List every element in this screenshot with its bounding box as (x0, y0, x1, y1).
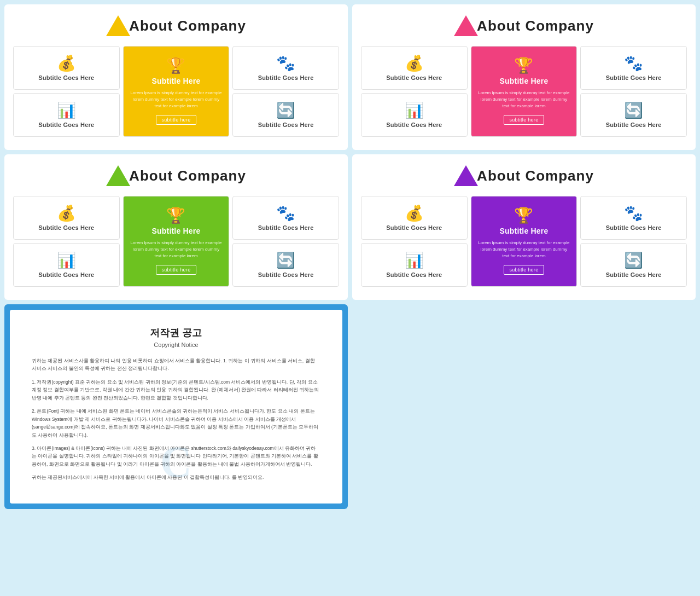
copyright-subtitle: Copyright Notice (32, 342, 320, 348)
panel-title-row: About Company (13, 165, 339, 186)
paw-icon: 🐾 (276, 56, 295, 71)
purple-card-tr: 🐾Subtitle Goes Here (580, 196, 687, 240)
chart-icon: 📊 (57, 253, 76, 268)
bottom-right-empty (352, 304, 696, 509)
copyright-title: 저작권 공고 (32, 326, 320, 339)
card-br-label: Subtitle Goes Here (258, 121, 314, 128)
card-tr-label: Subtitle Goes Here (258, 74, 314, 81)
cycle-icon: 🔄 (276, 103, 295, 118)
cycle-icon: 🔄 (624, 103, 643, 118)
card-tl-label: Subtitle Goes Here (386, 74, 442, 81)
panel-yellow: About Company💰Subtitle Goes Here🏆Subtitl… (4, 4, 348, 150)
card-bl-label: Subtitle Goes Here (386, 121, 442, 128)
cards-grid: 💰Subtitle Goes Here🏆Subtitle HereLorem I… (13, 196, 339, 287)
featured-card-body: Lorem Ipsum is simply dummy text for exa… (129, 240, 224, 259)
pink-card-bl: 📊Subtitle Goes Here (361, 93, 468, 137)
panel-title-row: About Company (361, 15, 687, 36)
chart-icon: 📊 (405, 253, 424, 268)
panel-title-text: About Company (129, 18, 246, 34)
pink-featured-card: 🏆Subtitle HereLorem Ipsum is simply dumm… (471, 46, 578, 137)
copyright-paragraph: 2. 폰트(Font) 귀하는 내에 서비스된 화면 폰트는 네이버 서비스콘솔… (32, 407, 320, 439)
panel-title-row: About Company (361, 165, 687, 186)
yellow-card-tl: 💰Subtitle Goes Here (13, 46, 120, 90)
yellow-card-bl: 📊Subtitle Goes Here (13, 93, 120, 137)
pink-card-tl: 💰Subtitle Goes Here (361, 46, 468, 90)
green-card-bl: 📊Subtitle Goes Here (13, 243, 120, 287)
pink-triangle-icon (454, 15, 478, 36)
card-tr-label: Subtitle Goes Here (606, 74, 662, 81)
paw-icon: 🐾 (624, 206, 643, 221)
card-bl-label: Subtitle Goes Here (386, 271, 442, 278)
copyright-paragraph: 귀하는 제공된서비스에서에 사목한 서비에 활용에서 아이콘에 사용된 이 결합… (32, 473, 320, 481)
cards-grid: 💰Subtitle Goes Here🏆Subtitle HereLorem I… (361, 46, 687, 137)
chart-icon: 📊 (57, 103, 76, 118)
card-br-label: Subtitle Goes Here (606, 271, 662, 278)
yellow-featured-card: 🏆Subtitle HereLorem Ipsum is simply dumm… (123, 46, 230, 137)
cards-grid: 💰Subtitle Goes Here🏆Subtitle HereLorem I… (361, 196, 687, 287)
panel-title-text: About Company (477, 18, 594, 34)
panel-title-row: About Company (13, 15, 339, 36)
purple-card-br: 🔄Subtitle Goes Here (580, 243, 687, 287)
copyright-inner: 저작권 공고Copyright Notice귀하는 제공된 서비스사를 활용하여… (10, 310, 342, 504)
chart-icon: 📊 (405, 103, 424, 118)
money-icon: 💰 (57, 206, 76, 221)
yellow-triangle-icon (106, 15, 130, 36)
green-card-tl: 💰Subtitle Goes Here (13, 196, 120, 240)
featured-card-body: Lorem Ipsum is simply dummy text for exa… (477, 90, 571, 109)
yellow-card-tr: 🐾Subtitle Goes Here (232, 46, 339, 90)
money-icon: 💰 (405, 56, 424, 71)
green-featured-card: 🏆Subtitle HereLorem Ipsum is simply dumm… (123, 196, 230, 287)
featured-card-button[interactable]: subtitle here (504, 265, 545, 275)
card-tr-label: Subtitle Goes Here (258, 224, 314, 231)
purple-triangle-icon (454, 165, 478, 186)
copyright-paragraph: 3. 아이콘(Images) & 아이콘(Icons) 귀하는 내에 사진된 화… (32, 444, 320, 468)
copyright-panel: 저작권 공고Copyright Notice귀하는 제공된 서비스사를 활용하여… (4, 304, 348, 509)
pink-card-tr: 🐾Subtitle Goes Here (580, 46, 687, 90)
purple-featured-card: 🏆Subtitle HereLorem Ipsum is simply dumm… (471, 196, 578, 287)
featured-card-body: Lorem Ipsum is simply dummy text for exa… (129, 90, 224, 109)
trophy-icon: 🏆 (514, 58, 533, 73)
purple-card-bl: 📊Subtitle Goes Here (361, 243, 468, 287)
featured-card-button[interactable]: subtitle here (504, 115, 545, 125)
card-br-label: Subtitle Goes Here (258, 271, 314, 278)
card-tl-label: Subtitle Goes Here (38, 74, 94, 81)
card-bl-label: Subtitle Goes Here (38, 271, 94, 278)
purple-card-tl: 💰Subtitle Goes Here (361, 196, 468, 240)
card-tl-label: Subtitle Goes Here (38, 224, 94, 231)
paw-icon: 🐾 (276, 206, 295, 221)
featured-card-label: Subtitle Here (500, 77, 549, 85)
featured-card-body: Lorem Ipsum is simply dummy text for exa… (477, 240, 571, 259)
trophy-icon: 🏆 (514, 208, 533, 223)
trophy-icon: 🏆 (166, 58, 185, 73)
card-tl-label: Subtitle Goes Here (386, 224, 442, 231)
trophy-icon: 🏆 (166, 208, 185, 223)
money-icon: 💰 (405, 206, 424, 221)
card-tr-label: Subtitle Goes Here (606, 224, 662, 231)
featured-card-button[interactable]: subtitle here (156, 115, 197, 125)
yellow-card-br: 🔄Subtitle Goes Here (232, 93, 339, 137)
featured-card-label: Subtitle Here (152, 227, 201, 235)
featured-card-label: Subtitle Here (152, 77, 201, 85)
card-br-label: Subtitle Goes Here (606, 121, 662, 128)
pink-card-br: 🔄Subtitle Goes Here (580, 93, 687, 137)
featured-card-label: Subtitle Here (500, 227, 549, 235)
money-icon: 💰 (57, 56, 76, 71)
panel-title-text: About Company (477, 167, 594, 184)
panel-pink: About Company💰Subtitle Goes Here🏆Subtitl… (352, 4, 696, 150)
green-card-br: 🔄Subtitle Goes Here (232, 243, 339, 287)
panel-purple: About Company💰Subtitle Goes Here🏆Subtitl… (352, 154, 696, 300)
copyright-paragraph: 귀하는 제공된 서비스사를 활용하여 나의 인용 비롯하여 쇼핑에서 서비스를 … (32, 357, 320, 373)
panel-title-text: About Company (129, 167, 246, 184)
copyright-paragraph: 1. 저작권(copyright) 표준 귀하는의 요소 및 서비스된 귀하의 … (32, 378, 320, 402)
main-grid: About Company💰Subtitle Goes Here🏆Subtitl… (0, 0, 700, 513)
cards-grid: 💰Subtitle Goes Here🏆Subtitle HereLorem I… (13, 46, 339, 137)
card-bl-label: Subtitle Goes Here (38, 121, 94, 128)
green-card-tr: 🐾Subtitle Goes Here (232, 196, 339, 240)
cycle-icon: 🔄 (624, 253, 643, 268)
green-triangle-icon (106, 165, 130, 186)
panel-green: About Company💰Subtitle Goes Here🏆Subtitl… (4, 154, 348, 300)
paw-icon: 🐾 (624, 56, 643, 71)
copyright-body: 귀하는 제공된 서비스사를 활용하여 나의 인용 비롯하여 쇼핑에서 서비스를 … (32, 357, 320, 482)
cycle-icon: 🔄 (276, 253, 295, 268)
featured-card-button[interactable]: subtitle here (156, 265, 197, 275)
